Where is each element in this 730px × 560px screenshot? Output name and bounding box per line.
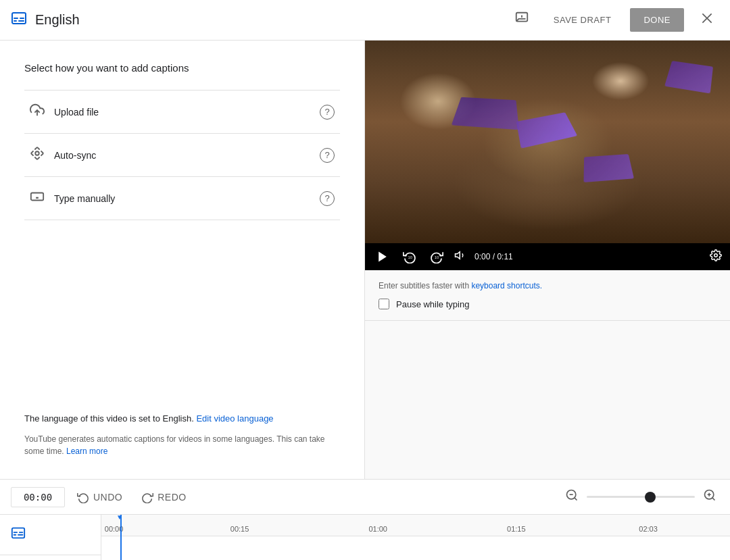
auto-sync-label: Auto-sync: [54, 150, 320, 161]
svg-marker-20: [379, 252, 387, 262]
timecode-input[interactable]: 00:00: [11, 487, 65, 507]
play-button[interactable]: [373, 247, 392, 266]
svg-text:10: 10: [435, 255, 439, 259]
svg-rect-33: [14, 532, 18, 533]
main-content: Select how you want to add captions Uplo…: [0, 41, 730, 479]
timeline-section: 00:00 00:15 01:00 01:15 02:03: [0, 514, 730, 560]
captions-track-icon: [11, 526, 26, 544]
rewind-button[interactable]: 10: [400, 247, 419, 266]
svg-rect-3: [20, 18, 24, 19]
video-thumbnail: [365, 41, 730, 243]
right-panel: 10 10 0:00 / 0:11 Enter subtitles faste: [365, 41, 730, 479]
subtitle-info: Enter subtitles faster with keyboard sho…: [365, 270, 730, 321]
track-rows: [101, 536, 730, 560]
type-manually-option[interactable]: Type manually ?: [24, 177, 340, 220]
svg-rect-36: [18, 534, 23, 536]
track-labels: [0, 515, 101, 560]
option-list: Upload file ? Auto-sync ? Type manually …: [24, 90, 340, 220]
svg-point-11: [35, 151, 39, 155]
pause-checkbox-container: Pause while typing: [379, 299, 716, 309]
panel-title: Select how you want to add captions: [24, 62, 340, 74]
timeline-ruler: 00:00 00:15 01:00 01:15 02:03: [101, 515, 730, 536]
svg-marker-23: [456, 252, 460, 259]
zoom-in-button[interactable]: [700, 486, 719, 508]
upload-file-label: Upload file: [54, 107, 320, 118]
forward-button[interactable]: 10: [427, 247, 446, 266]
playhead[interactable]: [120, 515, 122, 560]
left-panel: Select how you want to add captions Uplo…: [0, 41, 365, 479]
header: English SAVE DRAFT DONE: [0, 0, 730, 41]
svg-line-26: [575, 498, 577, 501]
auto-sync-help[interactable]: ?: [320, 148, 335, 163]
pause-while-typing-checkbox[interactable]: [379, 299, 389, 309]
svg-rect-34: [14, 534, 17, 536]
time-marker-2: 01:00: [368, 525, 387, 533]
captions-track-label: [0, 515, 101, 555]
type-manually-help[interactable]: ?: [320, 191, 335, 206]
time-marker-4: 02:03: [639, 525, 658, 533]
zoom-out-button[interactable]: [562, 486, 581, 508]
volume-button[interactable]: [454, 249, 466, 264]
svg-rect-1: [14, 18, 18, 19]
auto-sync-option[interactable]: Auto-sync ?: [24, 134, 340, 177]
close-button[interactable]: [695, 6, 719, 34]
type-manually-label: Type manually: [54, 193, 320, 204]
header-left: English: [11, 10, 509, 30]
alert-button[interactable]: [509, 5, 535, 34]
save-draft-button[interactable]: SAVE DRAFT: [545, 9, 620, 30]
page-title: English: [35, 12, 80, 28]
auto-sync-icon: [30, 146, 54, 164]
subtitle-icon: [11, 10, 27, 30]
video-settings-button[interactable]: [710, 249, 722, 265]
zoom-controls: [562, 486, 719, 508]
video-scene: [365, 41, 730, 243]
upload-icon: [30, 103, 54, 121]
video-container: 10 10 0:00 / 0:11: [365, 41, 730, 270]
subtitle-info-text: Enter subtitles faster with keyboard sho…: [379, 281, 716, 290]
screen-element-2: [452, 97, 519, 130]
auto-caption-notice: YouTube generates automatic captions for…: [24, 433, 340, 457]
bottom-toolbar: 00:00 UNDO REDO: [0, 479, 730, 514]
audio-track-label: [0, 555, 101, 561]
svg-rect-12: [31, 193, 43, 201]
done-button[interactable]: DONE: [630, 8, 684, 32]
captions-track-row: [101, 536, 730, 560]
svg-rect-4: [18, 20, 24, 22]
screen-element: [584, 154, 634, 182]
video-controls: 10 10 0:00 / 0:11: [365, 243, 730, 270]
zoom-slider[interactable]: [587, 496, 695, 498]
svg-text:10: 10: [408, 255, 413, 259]
timeline-content[interactable]: 00:00 00:15 01:00 01:15 02:03: [101, 515, 730, 560]
upload-file-option[interactable]: Upload file ?: [24, 91, 340, 134]
redo-button[interactable]: REDO: [135, 487, 193, 507]
time-marker-3: 01:15: [507, 525, 526, 533]
time-display: 0:00 / 0:11: [474, 252, 702, 261]
time-marker-1: 00:15: [230, 525, 249, 533]
learn-more-link[interactable]: Learn more: [66, 447, 107, 456]
edit-language-link[interactable]: Edit video language: [196, 413, 273, 424]
keyboard-shortcuts-link[interactable]: keyboard shortcuts.: [471, 281, 542, 290]
language-notice: The language of this video is set to Eng…: [24, 412, 340, 426]
upload-file-help[interactable]: ?: [320, 105, 335, 120]
footer-text: The language of this video is set to Eng…: [24, 412, 340, 458]
svg-line-29: [712, 498, 715, 501]
undo-button[interactable]: UNDO: [70, 487, 129, 507]
keyboard-icon: [30, 189, 54, 207]
svg-point-24: [714, 253, 718, 257]
svg-rect-35: [19, 532, 23, 533]
pause-while-typing-label[interactable]: Pause while typing: [396, 299, 469, 309]
svg-rect-2: [14, 20, 17, 22]
header-right: SAVE DRAFT DONE: [509, 5, 719, 34]
